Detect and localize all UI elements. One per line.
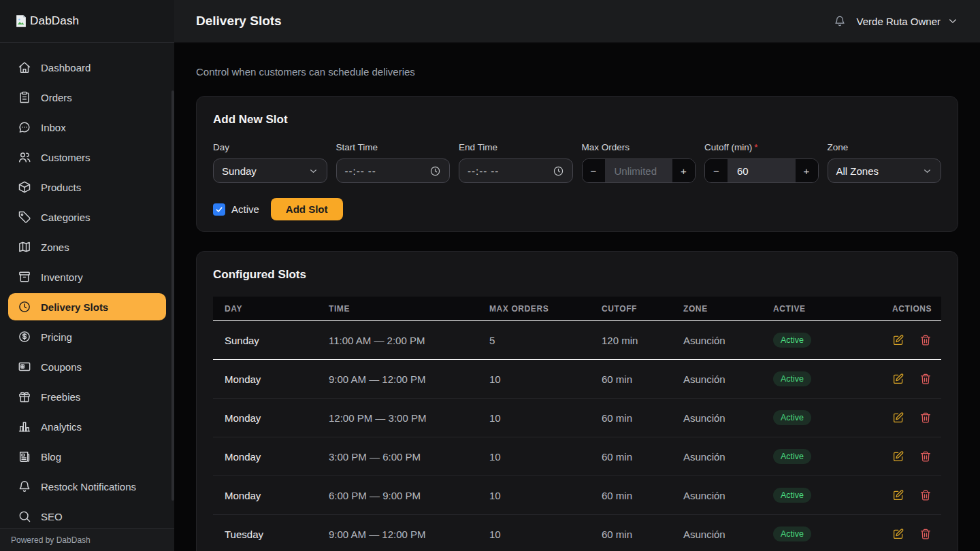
status-badge: Active [773, 449, 811, 464]
chevron-down-icon [947, 16, 958, 27]
edit-slot-button[interactable] [892, 489, 904, 501]
delete-slot-button[interactable] [919, 489, 932, 501]
slot-zone: Asunción [672, 412, 762, 424]
slot-cutoff: 60 min [590, 451, 672, 463]
configured-slots-title: Configured Slots [213, 268, 941, 282]
coupon-icon [18, 360, 31, 373]
user-menu[interactable]: Verde Ruta Owner [857, 16, 958, 27]
sidebar-item-label: Coupons [41, 361, 82, 373]
slot-actions-cell [881, 373, 943, 385]
edit-slot-button[interactable] [892, 450, 904, 463]
sidebar-item-dashboard[interactable]: Dashboard [8, 52, 166, 82]
start-time-input[interactable]: --:-- -- [336, 158, 451, 183]
column-header-active: ACTIVE [762, 304, 881, 314]
sidebar-item-pricing[interactable]: Pricing [8, 322, 166, 352]
sidebar-item-orders[interactable]: Orders [8, 82, 166, 112]
edit-slot-button[interactable] [892, 373, 904, 385]
chevron-down-icon [308, 166, 318, 176]
active-checkbox[interactable] [213, 203, 225, 216]
column-header-zone: ZONE [672, 304, 762, 314]
required-asterisk: * [754, 142, 757, 152]
sidebar-item-label: Customers [41, 152, 91, 163]
notifications-bell-icon[interactable] [834, 15, 846, 27]
brand-logo[interactable]: DabDash [14, 14, 79, 29]
search-icon [18, 510, 31, 523]
delete-slot-button[interactable] [919, 528, 932, 540]
table-row: Sunday11:00 AM — 2:00 PM5120 minAsunción… [213, 321, 941, 360]
chat-icon [18, 120, 31, 134]
user-name: Verde Ruta Owner [857, 16, 941, 27]
edit-slot-button[interactable] [892, 528, 904, 540]
column-header-day: DAY [213, 304, 317, 314]
sidebar-item-inventory[interactable]: Inventory [8, 262, 166, 292]
slot-day: Tuesday [213, 529, 317, 540]
day-select[interactable]: Sunday [213, 158, 327, 183]
day-label: Day [213, 142, 327, 152]
chart-icon [18, 420, 31, 433]
sidebar-item-zones[interactable]: Zones [8, 232, 166, 262]
page-subtitle: Control when customers can schedule deli… [196, 66, 958, 78]
max-orders-decrement-button[interactable]: − [583, 159, 605, 182]
slot-status-cell: Active [762, 527, 881, 541]
sidebar-item-products[interactable]: Products [8, 172, 166, 202]
slot-actions-cell [881, 489, 943, 501]
sidebar-item-coupons[interactable]: Coupons [8, 352, 166, 382]
sidebar-item-delivery-slots[interactable]: Delivery Slots [8, 293, 166, 320]
dollar-icon [18, 330, 31, 344]
max-orders-label: Max Orders [582, 142, 696, 152]
cutoff-input[interactable]: 60 [728, 159, 796, 182]
sidebar-header: DabDash [0, 0, 174, 43]
cutoff-decrement-button[interactable]: − [705, 159, 728, 182]
sidebar-item-seo[interactable]: SEO [8, 501, 166, 528]
sidebar-item-label: Zones [41, 241, 69, 253]
slot-actions-cell [881, 450, 943, 463]
news-icon [18, 450, 31, 463]
cutoff-stepper: − 60 + [704, 158, 819, 183]
clock-icon[interactable] [429, 165, 441, 177]
edit-slot-button[interactable] [892, 334, 904, 346]
sidebar-item-restock-notifications[interactable]: Restock Notifications [8, 471, 166, 501]
slot-day: Monday [213, 490, 317, 501]
sidebar: DabDash DashboardOrdersInboxCustomersPro… [0, 0, 174, 551]
slot-max-orders: 10 [478, 373, 590, 385]
slot-max-orders: 10 [478, 529, 590, 540]
start-time-field: Start Time --:-- -- [336, 142, 451, 183]
edit-slot-button[interactable] [892, 412, 904, 424]
slot-cutoff: 60 min [590, 490, 672, 501]
bell-icon [18, 480, 31, 493]
delete-slot-button[interactable] [919, 412, 932, 424]
sidebar-item-categories[interactable]: Categories [8, 202, 166, 232]
sidebar-item-customers[interactable]: Customers [8, 142, 166, 172]
day-field: Day Sunday [213, 142, 327, 183]
delete-slot-button[interactable] [919, 334, 932, 346]
end-time-input[interactable]: --:-- -- [459, 158, 573, 183]
cutoff-increment-button[interactable]: + [796, 159, 818, 182]
slots-table-header: DAY TIME MAX ORDERS CUTOFF ZONE ACTIVE A… [213, 297, 941, 321]
sidebar-item-freebies[interactable]: Freebies [8, 382, 166, 412]
slot-day: Monday [213, 451, 317, 463]
sidebar-item-analytics[interactable]: Analytics [8, 412, 166, 441]
sidebar-item-label: Inventory [41, 271, 83, 283]
users-icon [18, 150, 31, 164]
slot-cutoff: 120 min [590, 335, 672, 346]
status-badge: Active [773, 527, 811, 541]
sidebar-item-label: Restock Notifications [41, 481, 136, 492]
slot-status-cell: Active [762, 410, 881, 425]
zone-select[interactable]: All Zones [828, 158, 942, 183]
sidebar-item-label: Blog [41, 451, 61, 463]
clock-icon[interactable] [553, 165, 564, 177]
add-slot-button[interactable]: Add Slot [271, 198, 343, 220]
max-orders-increment-button[interactable]: + [672, 159, 695, 182]
max-orders-input[interactable]: Unlimited [605, 159, 673, 182]
cutoff-label: Cutoff (min)* [704, 142, 819, 152]
slot-cutoff: 60 min [590, 373, 672, 385]
delete-slot-button[interactable] [919, 373, 932, 385]
sidebar-item-inbox[interactable]: Inbox [8, 112, 166, 142]
delete-slot-button[interactable] [919, 450, 932, 463]
active-checkbox-wrap[interactable]: Active [213, 203, 259, 216]
sidebar-item-blog[interactable]: Blog [8, 441, 166, 471]
sidebar-item-label: SEO [41, 511, 63, 522]
sidebar-item-label: Pricing [41, 331, 72, 343]
slot-zone: Asunción [672, 335, 762, 346]
slot-day: Monday [213, 412, 317, 424]
